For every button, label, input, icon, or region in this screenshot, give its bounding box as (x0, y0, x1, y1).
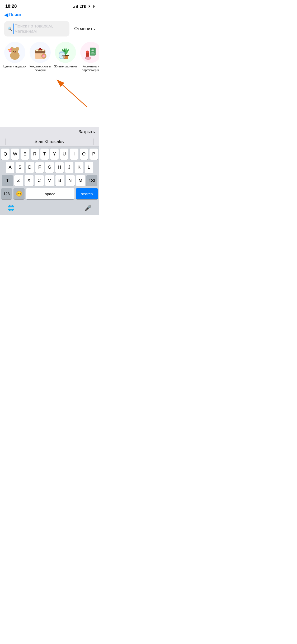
category-icon-flowers (4, 42, 25, 63)
category-label-plants: Живые растения (54, 65, 77, 68)
svg-point-6 (14, 52, 16, 53)
numbers-key[interactable]: 123 (1, 188, 12, 199)
key-M[interactable]: M (76, 175, 85, 186)
signal-bars-icon (73, 5, 78, 8)
microphone-icon[interactable]: 🎤 (84, 205, 92, 211)
key-F[interactable]: F (35, 162, 44, 173)
key-W[interactable]: W (11, 149, 19, 160)
svg-rect-34 (91, 53, 95, 54)
category-icon-plants (55, 42, 76, 63)
svg-text:care: care (91, 51, 94, 53)
svg-point-17 (42, 49, 44, 51)
svg-point-3 (16, 47, 19, 51)
category-item-bakery[interactable]: Кондитерские и пекарни (29, 42, 52, 72)
page-wrapper: 18:28 LTE ◀ Поиск 🔍 (0, 0, 99, 215)
key-Y[interactable]: Y (50, 149, 59, 160)
key-G[interactable]: G (45, 162, 54, 173)
svg-point-19 (39, 49, 40, 50)
emoji-key[interactable]: 😊 (13, 188, 25, 199)
svg-point-35 (92, 49, 94, 51)
svg-point-20 (41, 49, 42, 50)
back-button[interactable]: ◀ Поиск (4, 12, 21, 18)
globe-icon[interactable]: 🌐 (7, 205, 15, 211)
svg-point-10 (10, 50, 11, 51)
key-L[interactable]: L (85, 162, 93, 173)
svg-point-15 (36, 49, 38, 51)
key-D[interactable]: D (26, 162, 34, 173)
key-C[interactable]: C (35, 175, 44, 186)
svg-point-4 (13, 51, 14, 52)
key-Q[interactable]: Q (1, 149, 10, 160)
delete-key[interactable]: ⌫ (86, 175, 97, 186)
keyboard-name-text: Stan Khrustalev (35, 139, 64, 144)
back-label: Поиск (9, 12, 21, 17)
key-P[interactable]: P (89, 149, 98, 160)
category-item-flowers[interactable]: Цветы и подарки (3, 42, 26, 72)
status-icons: LTE (73, 4, 94, 8)
search-bar[interactable]: 🔍 Поиск по товарам, магазинам (4, 21, 69, 36)
category-label-bakery: Кондитерские и пекарни (29, 65, 52, 72)
key-A[interactable]: A (6, 162, 14, 173)
cancel-button[interactable]: Отменить (72, 26, 95, 31)
key-T[interactable]: T (40, 149, 49, 160)
category-icon-cosmetics: SKIN care (80, 42, 99, 63)
svg-line-44 (61, 83, 87, 107)
status-time: 18:28 (5, 4, 17, 9)
nav-bar: ◀ Поиск (0, 11, 99, 20)
category-item-plants[interactable]: Живые растения (54, 42, 77, 72)
battery-icon (88, 5, 94, 8)
categories-scroll: Цветы и подарки (0, 42, 99, 72)
search-row: 🔍 Поиск по товарам, магазинам Отменить (4, 21, 95, 36)
keyboard-keys: Q W E R T Y U I O P A S D F G H J K (0, 146, 99, 203)
key-E[interactable]: E (21, 149, 29, 160)
key-row-4: 123 😊 space search (1, 188, 98, 199)
category-label-cosmetics: Косметика и парфюмерия (79, 65, 99, 72)
key-row-1: Q W E R T Y U I O P (1, 149, 98, 160)
lte-label: LTE (79, 4, 86, 8)
key-V[interactable]: V (45, 175, 54, 186)
svg-point-29 (59, 52, 65, 53)
close-keyboard-button[interactable]: Закрыть (78, 130, 95, 134)
key-J[interactable]: J (65, 162, 73, 173)
key-row-2: A S D F G H J K L (1, 162, 98, 173)
key-X[interactable]: X (25, 175, 34, 186)
category-item-cosmetics[interactable]: SKIN care Косметика и парфюмер (79, 42, 99, 72)
key-H[interactable]: H (55, 162, 64, 173)
search-bar-container: 🔍 Поиск по товарам, магазинам Отменить (0, 20, 99, 40)
svg-point-8 (8, 49, 10, 50)
category-icon-bakery (30, 42, 51, 63)
keyboard-area: Закрыть Stan Khrustalev Q W E R T Y U I … (0, 127, 99, 215)
keyboard-bottom-row: 🌐 🎤 (0, 203, 99, 215)
key-Z[interactable]: Z (14, 175, 23, 186)
svg-rect-37 (86, 51, 89, 53)
key-N[interactable]: N (66, 175, 75, 186)
svg-point-23 (42, 55, 43, 56)
key-row-3: ⬆ Z X C V B N M ⌫ (1, 175, 98, 186)
category-label-flowers: Цветы и подарки (3, 65, 26, 68)
back-chevron-icon: ◀ (4, 12, 8, 18)
status-bar: 18:28 LTE (0, 0, 99, 11)
key-K[interactable]: K (75, 162, 83, 173)
search-key[interactable]: search (76, 188, 98, 199)
key-I[interactable]: I (70, 149, 78, 160)
key-B[interactable]: B (55, 175, 64, 186)
keyboard-name-bar: Stan Khrustalev (0, 137, 99, 146)
key-R[interactable]: R (31, 149, 39, 160)
space-key[interactable]: space (26, 188, 74, 199)
search-icon: 🔍 (7, 26, 12, 31)
search-input[interactable]: Поиск по товарам, магазинам (13, 24, 66, 34)
svg-point-39 (86, 57, 91, 59)
categories-container: Цветы и подарки (0, 40, 99, 75)
svg-point-5 (15, 51, 16, 52)
svg-point-9 (10, 48, 12, 50)
key-U[interactable]: U (60, 149, 68, 160)
keyboard-top-bar: Закрыть (0, 127, 99, 137)
svg-point-24 (43, 54, 44, 55)
key-S[interactable]: S (16, 162, 24, 173)
arrow-annotation (53, 78, 90, 110)
shift-key[interactable]: ⬆ (2, 175, 13, 186)
key-O[interactable]: O (80, 149, 88, 160)
